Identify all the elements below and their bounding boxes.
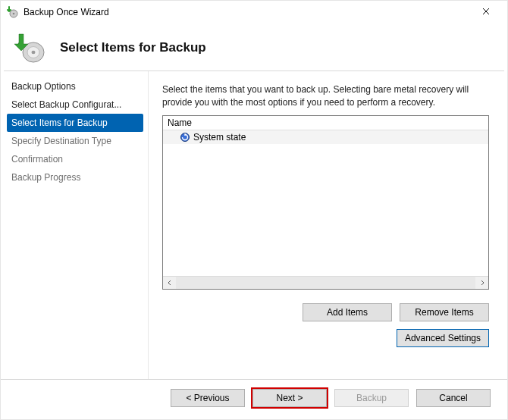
list-column-header: Name: [163, 116, 488, 130]
item-buttons-row: Add Items Remove Items: [162, 303, 489, 321]
previous-button[interactable]: < Previous: [171, 389, 245, 407]
close-button[interactable]: [471, 1, 501, 24]
remove-items-button[interactable]: Remove Items: [400, 303, 489, 321]
scroll-track[interactable]: [176, 277, 475, 289]
list-item[interactable]: System state: [163, 130, 488, 144]
list-rows: System state: [163, 130, 488, 276]
instruction-text: Select the items that you want to back u…: [162, 83, 489, 109]
wizard-step: Backup Progress: [7, 168, 143, 186]
wizard-header: Select Items for Backup: [1, 24, 507, 71]
advanced-settings-button[interactable]: Advanced Settings: [397, 329, 489, 347]
svg-point-1: [13, 13, 15, 15]
wizard-step[interactable]: Select Backup Configurat...: [7, 96, 143, 114]
window-title: Backup Once Wizard: [24, 7, 471, 17]
svg-point-4: [32, 51, 36, 55]
cancel-button[interactable]: Cancel: [416, 389, 491, 407]
titlebar: Backup Once Wizard: [1, 1, 507, 24]
advanced-row: Advanced Settings: [162, 329, 489, 347]
wizard-window: Backup Once Wizard Select Items for Back…: [0, 0, 508, 420]
wizard-footer: < Previous Next > Backup Cancel: [1, 379, 507, 419]
close-icon: [482, 8, 490, 15]
wizard-body: Backup OptionsSelect Backup Configurat..…: [1, 71, 507, 379]
wizard-step: Specify Destination Type: [7, 132, 143, 150]
scroll-right-button[interactable]: [475, 277, 488, 289]
wizard-step[interactable]: Backup Options: [7, 77, 143, 96]
add-items-button[interactable]: Add Items: [303, 303, 392, 321]
page-title: Select Items for Backup: [60, 40, 206, 55]
list-item-label: System state: [193, 132, 246, 143]
backup-disc-icon: [13, 31, 46, 64]
chevron-left-icon: [167, 280, 173, 286]
items-listbox[interactable]: Name System state: [162, 115, 489, 290]
wizard-step: Confirmation: [7, 150, 143, 168]
horizontal-scrollbar[interactable]: [163, 276, 488, 289]
app-icon: [7, 6, 19, 18]
main-panel: Select the items that you want to back u…: [149, 71, 507, 379]
backup-button: Backup: [334, 389, 409, 407]
chevron-right-icon: [479, 280, 485, 286]
steps-sidebar: Backup OptionsSelect Backup Configurat..…: [1, 71, 149, 379]
next-button[interactable]: Next >: [252, 389, 327, 407]
scroll-left-button[interactable]: [163, 277, 176, 289]
wizard-step[interactable]: Select Items for Backup: [7, 114, 143, 132]
system-state-icon: [180, 132, 190, 143]
